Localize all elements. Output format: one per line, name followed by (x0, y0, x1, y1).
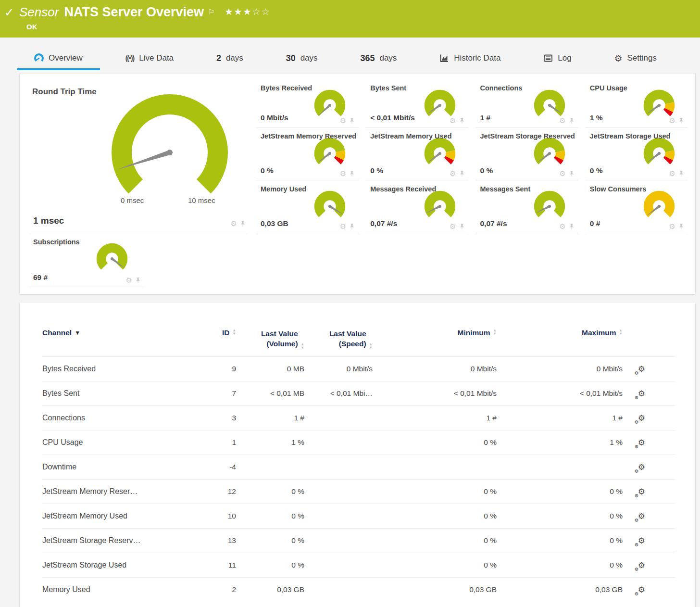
channel-settings-gears-icon[interactable]: ⚙⚙ (638, 585, 645, 595)
flag-icon[interactable]: ⚐ (208, 5, 214, 19)
pin-icon[interactable] (349, 117, 355, 124)
pin-icon[interactable] (135, 277, 141, 284)
channel-name: JetStream Memory Reser… (42, 480, 179, 504)
gear-icon[interactable]: ⚙ (669, 169, 675, 178)
channel-settings-gears-icon[interactable]: ⚙⚙ (638, 487, 645, 497)
tab-settings-label: Settings (627, 53, 657, 63)
gauge-tile-jetstream-memory-reserved: JetStream Memory Reserved 0 % ⚙ (256, 127, 359, 180)
tab-overview-label: Overview (49, 53, 83, 63)
channel-last-value-volume: 0 % (236, 529, 304, 553)
channel-id: 3 (179, 406, 236, 430)
channel-id: 12 (179, 480, 236, 504)
round-trip-time-gauge: 0 msec 10 msec (98, 91, 242, 210)
channels-table: Channel▼ ID▲▼ Last Value (Volume)▲▼ Last… (42, 329, 675, 602)
gear-icon[interactable]: ⚙ (340, 169, 346, 178)
tab-30-days-number: 30 (286, 53, 296, 63)
column-header-maximum[interactable]: Maximum▲▼ (497, 329, 623, 357)
channel-id: 7 (179, 381, 236, 406)
gauge-title: Bytes Sent (365, 79, 468, 92)
channel-name: CPU Usage (42, 430, 179, 455)
channel-minimum: 0 Mbit/s (373, 357, 497, 381)
gauge-tile-connections: Connections 1 # ⚙ (475, 79, 578, 127)
sensor-status-header: ✓ Sensor NATS Server Overview ⚐ ★★★☆☆ OK (0, 0, 700, 38)
status-badge: OK (26, 23, 38, 31)
gauge-title: JetStream Storage Reserved (475, 127, 578, 140)
gauge-title: Memory Used (256, 180, 359, 193)
channel-row-jetstream-memory-reser: JetStream Memory Reser… 12 0 % 0 % 0 % ⚙… (42, 480, 675, 504)
sort-icon: ▲▼ (233, 329, 236, 335)
gauge-value: 0 Mbit/s (261, 114, 288, 122)
channel-settings-gears-icon[interactable]: ⚙⚙ (638, 511, 645, 521)
channel-minimum: 0 % (373, 480, 497, 504)
pin-icon[interactable] (459, 223, 465, 230)
tab-log[interactable]: Log (526, 48, 588, 70)
pin-icon[interactable] (459, 117, 465, 124)
tab-2-days[interactable]: 2 days (199, 48, 261, 70)
channel-maximum: 0 % (497, 553, 623, 578)
gauge-title: Messages Received (365, 180, 468, 193)
channel-settings-gears-icon[interactable]: ⚙⚙ (638, 364, 645, 374)
tab-live-data[interactable]: ((•)) Live Data (108, 48, 191, 70)
stars-empty: ☆☆ (252, 7, 271, 17)
gear-icon[interactable]: ⚙ (450, 116, 456, 125)
gauge-value: < 0,01 Mbit/s (370, 114, 415, 122)
gear-icon[interactable]: ⚙ (126, 276, 132, 285)
channel-settings-gears-icon[interactable]: ⚙⚙ (638, 413, 645, 423)
pin-icon[interactable] (678, 223, 684, 230)
pin-icon[interactable] (459, 170, 465, 177)
column-header-channel[interactable]: Channel▼ (42, 329, 179, 357)
gear-icon[interactable]: ⚙ (669, 116, 675, 125)
pin-icon[interactable] (569, 223, 575, 230)
priority-stars[interactable]: ★★★☆☆ (225, 5, 271, 19)
gear-icon[interactable]: ⚙ (340, 222, 346, 231)
tab-settings[interactable]: ⚙ Settings (597, 48, 674, 70)
column-header-minimum[interactable]: Minimum▲▼ (373, 329, 497, 357)
gauge-tile-slow-consumers: Slow Consumers 0 # ⚙ (585, 180, 688, 233)
tab-30-days[interactable]: 30 days (269, 48, 335, 70)
channel-maximum: 0 % (497, 529, 623, 553)
channel-settings-gears-icon[interactable]: ⚙⚙ (638, 536, 645, 546)
channel-settings-gears-icon[interactable]: ⚙⚙ (638, 438, 645, 448)
channel-name: JetStream Storage Reserv… (42, 529, 179, 553)
channel-maximum: 1 # (497, 406, 623, 430)
column-header-last-value-volume[interactable]: Last Value (Volume)▲▼ (236, 329, 304, 357)
gear-icon[interactable]: ⚙ (559, 169, 565, 178)
pin-icon[interactable] (349, 223, 355, 230)
pin-icon[interactable] (678, 170, 684, 177)
gauge-value: 1 msec (33, 215, 64, 226)
tab-overview[interactable]: Overview (17, 48, 100, 70)
gauge-scale-max: 10 msec (188, 196, 215, 204)
channel-minimum: 0,03 GB (373, 578, 497, 602)
column-header-id[interactable]: ID▲▼ (179, 329, 236, 357)
channel-settings-gears-icon[interactable]: ⚙⚙ (638, 560, 645, 570)
gauge-tile-jetstream-memory-used: JetStream Memory Used 0 % ⚙ (365, 127, 468, 180)
gear-icon[interactable]: ⚙ (340, 116, 346, 125)
channel-minimum (373, 455, 497, 480)
channel-name: Bytes Sent (42, 381, 179, 406)
gear-icon[interactable]: ⚙ (669, 222, 675, 231)
pin-icon[interactable] (349, 170, 355, 177)
channel-row-jetstream-storage-used: JetStream Storage Used 11 0 % 0 % 0 % ⚙⚙ (42, 553, 675, 578)
gear-icon[interactable]: ⚙ (559, 222, 565, 231)
pin-icon[interactable] (569, 170, 575, 177)
column-header-last-value-speed[interactable]: Last Value (Speed)▲▼ (304, 329, 373, 357)
pin-icon[interactable] (240, 220, 246, 227)
channel-id: -4 (179, 455, 236, 480)
channel-last-value-volume: 0,03 GB (236, 578, 304, 602)
tab-2-days-label: days (226, 53, 243, 63)
gear-icon[interactable]: ⚙ (450, 222, 456, 231)
gear-icon[interactable]: ⚙ (450, 169, 456, 178)
tab-365-days[interactable]: 365 days (343, 48, 414, 70)
pin-icon[interactable] (569, 117, 575, 124)
tab-live-data-label: Live Data (139, 53, 174, 63)
channel-last-value-speed (304, 504, 373, 529)
channel-settings-gears-icon[interactable]: ⚙⚙ (638, 462, 645, 472)
channel-settings-gears-icon[interactable]: ⚙⚙ (638, 389, 645, 399)
gauge-dial (98, 91, 242, 210)
pin-icon[interactable] (678, 117, 684, 124)
gauge-value: 0,03 GB (261, 219, 288, 228)
tab-historic-data[interactable]: Historic Data (422, 48, 518, 70)
gear-icon[interactable]: ⚙ (231, 219, 237, 228)
channel-maximum: 0 % (497, 504, 623, 529)
gear-icon[interactable]: ⚙ (559, 116, 565, 125)
